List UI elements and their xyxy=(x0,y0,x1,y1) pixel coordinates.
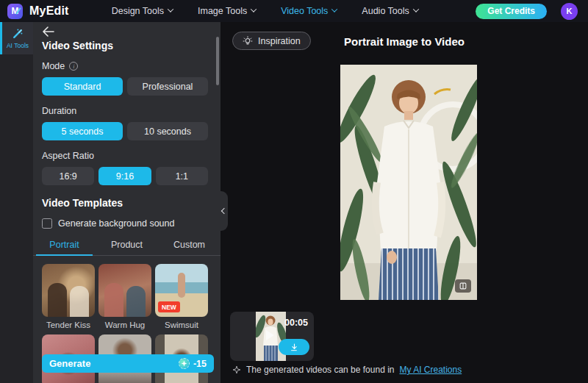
magic-wand-icon xyxy=(12,28,24,40)
compare-icon xyxy=(459,282,467,290)
brand-name[interactable]: MyEdit xyxy=(29,4,69,18)
chevron-down-icon xyxy=(168,6,173,12)
nav-item-image-tools[interactable]: Image Tools xyxy=(198,6,256,16)
duration-option-5s[interactable]: 5 seconds xyxy=(42,122,123,140)
download-icon xyxy=(290,343,299,352)
template-thumb-tender-kiss[interactable] xyxy=(42,264,95,317)
footnote-text: The generated videos can be found in xyxy=(246,365,394,375)
ratio-option-1-1[interactable]: 1:1 xyxy=(156,167,208,185)
chevron-left-icon xyxy=(221,208,227,214)
credit-coin-icon xyxy=(179,358,190,369)
nav-item-label: Video Tools xyxy=(281,6,328,16)
play-icon[interactable] xyxy=(266,330,274,340)
template-thumb-warm-hug[interactable] xyxy=(98,264,151,317)
chevron-down-icon xyxy=(251,6,257,12)
generate-cost: -15 xyxy=(193,359,207,369)
nav-menu: Design Tools Image Tools Video Tools Aud… xyxy=(112,6,418,16)
generated-video-card[interactable]: 00:05 xyxy=(230,312,314,361)
mode-option-professional[interactable]: Professional xyxy=(127,77,208,96)
mode-option-standard[interactable]: Standard xyxy=(42,77,123,96)
my-ai-creations-link[interactable]: My AI Creations xyxy=(399,365,462,375)
video-duration: 00:05 xyxy=(284,318,308,328)
logo-letter: M xyxy=(12,6,19,16)
download-button[interactable] xyxy=(279,339,309,355)
expand-image-button[interactable] xyxy=(455,279,471,293)
template-grid-row1: NEW xyxy=(42,264,208,317)
info-icon[interactable]: i xyxy=(69,62,78,71)
sidebar-item-label: AI Tools xyxy=(7,42,29,49)
back-arrow-icon[interactable] xyxy=(42,26,55,37)
chevron-down-icon xyxy=(331,6,337,12)
template-tabs: Portrait Product Custom xyxy=(33,236,220,256)
portrait-preview-image xyxy=(340,65,477,300)
left-rail: AI Tools xyxy=(0,22,33,383)
user-avatar[interactable]: K xyxy=(561,3,578,20)
myedit-logo-icon[interactable]: M xyxy=(7,4,23,19)
lightbulb-icon xyxy=(243,36,253,46)
video-templates-title: Video Templates xyxy=(42,197,208,208)
top-nav: M MyEdit Design Tools Image Tools Video … xyxy=(0,0,588,22)
inspiration-label: Inspiration xyxy=(258,36,301,46)
aspect-ratio-options: 16:9 9:16 1:1 xyxy=(42,167,208,185)
nav-item-audio-tools[interactable]: Audio Tools xyxy=(362,6,417,16)
template-labels-row: Tender Kiss Warm Hug Swimsuit xyxy=(42,317,208,330)
mode-options: Standard Professional xyxy=(42,77,208,96)
template-label: Warm Hug xyxy=(98,321,151,330)
portrait-photo xyxy=(340,65,477,300)
ratio-option-16-9[interactable]: 16:9 xyxy=(42,167,94,185)
nav-item-label: Design Tools xyxy=(112,6,164,16)
inspiration-button[interactable]: Inspiration xyxy=(232,32,311,50)
mode-label-row: Mode i xyxy=(42,61,208,71)
footnote: The generated videos can be found in My … xyxy=(232,365,462,375)
template-thumb-swimsuit[interactable]: NEW xyxy=(155,264,208,317)
generate-button[interactable]: Generate -15 xyxy=(42,354,214,373)
main-area: Inspiration Portrait Image to Video xyxy=(220,22,588,383)
nav-item-label: Audio Tools xyxy=(362,6,409,16)
tab-portrait[interactable]: Portrait xyxy=(33,236,96,255)
ratio-option-9-16[interactable]: 9:16 xyxy=(98,167,151,185)
duration-label: Duration xyxy=(42,106,208,116)
chevron-down-icon xyxy=(413,6,419,12)
background-sound-row: Generate background sound xyxy=(42,218,208,229)
sidebar-item-ai-tools[interactable]: AI Tools xyxy=(0,22,33,54)
tab-custom[interactable]: Custom xyxy=(158,236,220,255)
duration-options: 5 seconds 10 seconds xyxy=(42,122,208,140)
panel-collapse-handle[interactable] xyxy=(219,191,228,231)
background-sound-label: Generate background sound xyxy=(58,218,174,229)
mode-label: Mode xyxy=(42,61,65,71)
myedit-app: M MyEdit Design Tools Image Tools Video … xyxy=(0,0,588,383)
tab-product[interactable]: Product xyxy=(96,236,158,255)
sparkle-icon xyxy=(232,365,241,374)
video-settings-panel: Video Settings Mode i Standard Professio… xyxy=(33,22,220,383)
new-badge: NEW xyxy=(158,301,180,312)
template-label: Tender Kiss xyxy=(42,321,95,330)
nav-item-design-tools[interactable]: Design Tools xyxy=(112,6,173,16)
nav-item-label: Image Tools xyxy=(198,6,247,16)
aspect-ratio-label: Aspect Ratio xyxy=(42,151,208,161)
panel-scrollbar[interactable] xyxy=(216,37,219,85)
panel-title: Video Settings xyxy=(42,40,208,51)
template-label: Swimsuit xyxy=(155,321,208,330)
duration-option-10s[interactable]: 10 seconds xyxy=(127,122,208,140)
nav-item-video-tools[interactable]: Video Tools xyxy=(281,6,337,16)
get-credits-button[interactable]: Get Credits xyxy=(476,4,547,19)
generate-label: Generate xyxy=(49,358,90,369)
background-sound-checkbox[interactable] xyxy=(42,218,52,229)
